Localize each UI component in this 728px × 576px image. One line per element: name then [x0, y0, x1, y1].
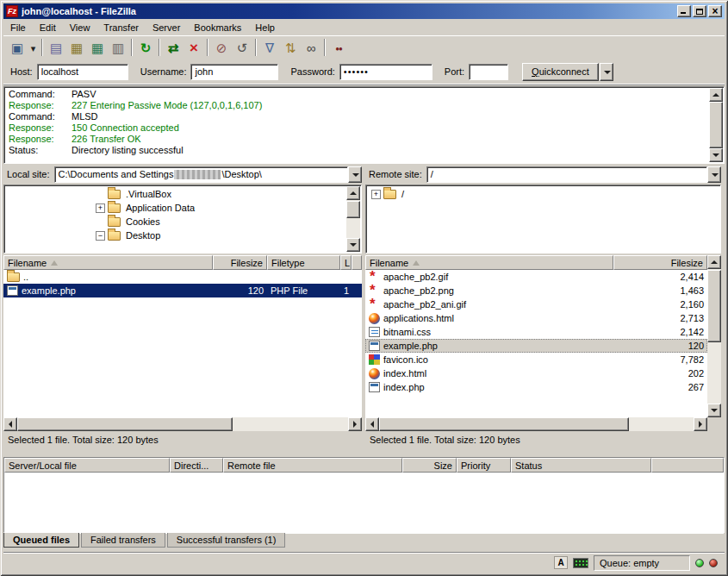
quickconnect-dropdown-button[interactable]	[600, 63, 613, 81]
scrollbar-thumb[interactable]	[709, 102, 723, 148]
file-row-applications-html[interactable]: applications.html2,713	[365, 311, 707, 325]
column-header-filesize[interactable]: Filesize	[213, 255, 267, 270]
scrollbar-thumb[interactable]	[379, 417, 629, 431]
file-row-apache-pb2-png[interactable]: apache_pb2.png1,463	[365, 284, 707, 297]
local-tree-scrollbar[interactable]	[346, 186, 360, 252]
column-header-status[interactable]: Status	[511, 458, 651, 473]
menu-item-server[interactable]: Server	[146, 21, 187, 34]
host-input[interactable]	[37, 64, 128, 80]
tree-item-application-data[interactable]: +Application Data	[4, 201, 361, 215]
menu-item-file[interactable]: File	[3, 21, 33, 34]
toggle-transfer-queue-button[interactable]	[108, 38, 128, 58]
site-manager-dropdown-button[interactable]	[28, 38, 39, 58]
queue-body[interactable]	[4, 473, 724, 534]
scroll-down-button[interactable]	[709, 148, 723, 162]
local-site-path[interactable]: C:\Documents and Settings\Desktop\	[54, 166, 348, 183]
tree-item-desktop[interactable]: −Desktop	[4, 229, 361, 242]
minimize-button[interactable]	[677, 5, 691, 17]
scrollbar-thumb[interactable]	[346, 201, 360, 218]
transfer-type-indicator-icon[interactable]: A	[554, 556, 568, 569]
scroll-left-button[interactable]	[3, 417, 17, 431]
scrollbar-thumb[interactable]	[707, 270, 721, 342]
local-list-horizontal-scrollbar[interactable]	[3, 417, 362, 431]
expand-icon[interactable]: +	[371, 190, 381, 199]
menu-item-bookmarks[interactable]: Bookmarks	[187, 21, 248, 34]
file-row-favicon-ico[interactable]: favicon.ico7,782	[365, 353, 707, 366]
reconnect-button[interactable]	[232, 38, 252, 58]
column-header-l[interactable]: L	[340, 255, 352, 270]
tree-item-cookies[interactable]: Cookies	[4, 215, 361, 229]
site-manager-button[interactable]	[7, 38, 28, 58]
scroll-right-button[interactable]	[348, 417, 362, 431]
disconnect-button[interactable]	[211, 38, 232, 58]
scrollbar-thumb[interactable]	[17, 417, 233, 431]
column-header-filename[interactable]: Filename	[3, 255, 213, 270]
remote-site-path[interactable]: /	[426, 166, 707, 183]
menu-item-edit[interactable]: Edit	[33, 21, 63, 34]
scroll-up-button[interactable]	[707, 255, 721, 269]
file-row-bitnami-css[interactable]: bitnami.css2,142	[365, 325, 707, 339]
maximize-button[interactable]	[693, 5, 706, 17]
local-file-list[interactable]: ..example.php120PHP File1	[3, 270, 362, 417]
tab-failed-transfers[interactable]: Failed transfers	[81, 533, 165, 548]
tab-successful-transfers-1[interactable]: Successful transfers (1)	[167, 533, 286, 548]
column-header-size[interactable]: Size	[402, 458, 457, 473]
file-row-index-html[interactable]: index.html202	[365, 366, 707, 380]
scroll-right-button[interactable]	[694, 417, 707, 431]
synchronized-browsing-button[interactable]	[301, 38, 321, 58]
scroll-left-button[interactable]	[365, 417, 379, 431]
toggle-remote-tree-button[interactable]	[87, 38, 108, 58]
column-header-server-local-file[interactable]: Server/Local file	[4, 458, 170, 473]
remote-site-dropdown-button[interactable]	[707, 166, 721, 183]
toggle-local-tree-button[interactable]	[66, 38, 87, 58]
directory-comparison-button[interactable]	[280, 38, 301, 58]
local-directory-tree[interactable]: .VirtualBox+Application DataCookies−Desk…	[3, 185, 362, 254]
local-site-dropdown-button[interactable]	[348, 166, 362, 183]
remote-directory-tree[interactable]: +/	[365, 185, 721, 254]
toggle-message-log-button[interactable]	[46, 38, 66, 58]
quickconnect-button[interactable]: Quickconnect	[522, 63, 599, 81]
speed-limit-indicator-icon[interactable]	[573, 558, 588, 568]
column-header-remote-file[interactable]: Remote file	[223, 458, 402, 473]
password-input[interactable]	[339, 64, 432, 80]
scroll-down-button[interactable]	[346, 238, 360, 252]
local-site-combobox[interactable]: C:\Documents and Settings\Desktop\	[54, 166, 362, 183]
title-bar[interactable]: john@localhost - FileZilla ×	[3, 3, 725, 19]
message-log-scrollbar[interactable]	[709, 88, 723, 162]
message-log[interactable]: Command:PASVResponse:227 Entering Passiv…	[3, 86, 725, 164]
process-queue-button[interactable]	[163, 38, 184, 58]
cancel-operation-button[interactable]	[184, 38, 204, 58]
expand-icon[interactable]: +	[96, 203, 105, 213]
column-header-filename[interactable]: Filename	[365, 255, 613, 270]
file-row-example-php[interactable]: example.php120	[365, 339, 707, 353]
directory-listing-filters-button[interactable]	[259, 38, 280, 58]
file-row-index-php[interactable]: index.php267	[365, 380, 707, 394]
tree-item-item[interactable]: +/	[366, 187, 720, 201]
column-header-filetype[interactable]: Filetype	[267, 255, 340, 270]
file-row-parent-directory[interactable]: ..	[3, 270, 362, 284]
menu-item-help[interactable]: Help	[248, 21, 282, 34]
remote-site-combobox[interactable]: /	[426, 166, 721, 183]
scroll-up-button[interactable]	[346, 186, 360, 200]
file-row-example-php[interactable]: example.php120PHP File1	[3, 284, 362, 297]
collapse-icon[interactable]: −	[96, 231, 105, 241]
port-input[interactable]	[469, 64, 508, 80]
tree-item-virtualbox[interactable]: .VirtualBox	[4, 187, 361, 201]
file-row-apache-pb2-ani-gif[interactable]: apache_pb2_ani.gif2,160	[365, 297, 707, 311]
scroll-down-button[interactable]	[707, 404, 721, 417]
remote-list-scrollbar[interactable]	[707, 255, 721, 417]
column-header-priority[interactable]: Priority	[457, 458, 511, 473]
refresh-button[interactable]	[135, 38, 156, 58]
file-row-apache-pb2-gif[interactable]: apache_pb2.gif2,414	[365, 270, 707, 284]
close-button[interactable]: ×	[708, 5, 722, 17]
menu-item-transfer[interactable]: Transfer	[96, 21, 146, 34]
remote-file-list[interactable]: apache_pb2.gif2,414apache_pb2.png1,463ap…	[365, 270, 707, 417]
menu-item-view[interactable]: View	[63, 21, 97, 34]
remote-list-horizontal-scrollbar[interactable]	[365, 417, 707, 431]
username-input[interactable]	[190, 64, 278, 80]
tab-queued-files[interactable]: Queued files	[3, 533, 79, 548]
column-header-filesize[interactable]: Filesize	[613, 255, 707, 270]
find-files-button[interactable]	[328, 38, 349, 58]
column-header-directi[interactable]: Directi...	[170, 458, 223, 473]
scroll-up-button[interactable]	[709, 88, 723, 102]
